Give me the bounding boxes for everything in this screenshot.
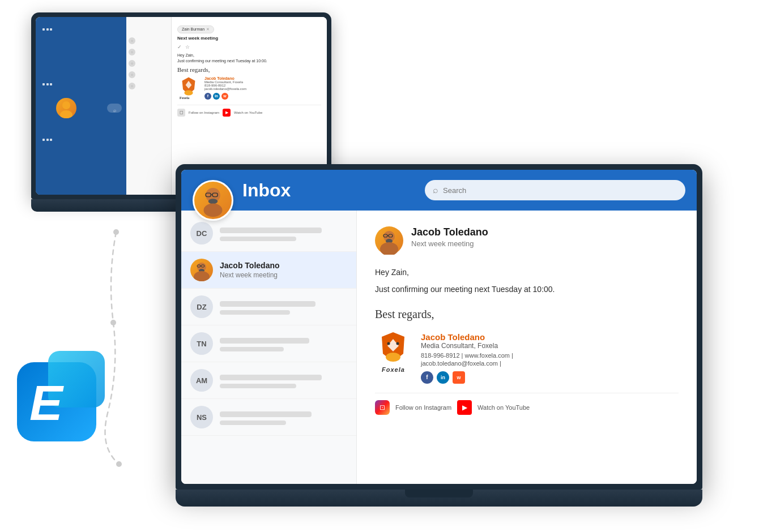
small-recipient-tag: Zain Burman ✕ — [177, 25, 214, 33]
email-jacob-subject: Next week meeting — [220, 271, 347, 279]
small-email-body: Just confirming our meeting next Tuesday… — [177, 59, 321, 63]
email-dc-line1 — [220, 228, 322, 233]
large-email-detail: Jacob Toledano Next week meeting Hey Zai… — [357, 211, 697, 484]
detail-email-subject: Next week meeting — [411, 239, 488, 248]
email-dz-line1 — [220, 301, 315, 307]
svg-point-31 — [396, 342, 399, 345]
large-inbox-header: Inbox ⌕ — [181, 170, 697, 211]
email-avatar-dz: DZ — [190, 295, 213, 318]
small-sig-name: Jacob Toledano — [204, 76, 246, 80]
sig-email-text: jacob.toledano@foxela.com — [421, 360, 498, 367]
small-sig-title: Media Consultant, Foxela — [204, 80, 246, 84]
detail-sender-avatar — [375, 226, 403, 255]
small-sig-email: jacob.toledano@foxela.com — [204, 87, 246, 91]
small-email-row-4[interactable]: ○ — [126, 69, 171, 80]
email-avatar-tn: TN — [190, 332, 213, 355]
sig-website: www.foxela.com — [465, 352, 510, 359]
svg-point-30 — [387, 342, 390, 345]
svg-text:Foxela: Foxela — [180, 96, 189, 99]
small-toolbar: ✓ ☆ — [177, 44, 321, 50]
signature-info-block: Jacob Toledano Media Consultant, Foxela … — [421, 332, 679, 384]
email-item-am-info — [220, 372, 347, 388]
small-recipient-name: Zain Burman — [182, 27, 204, 31]
instagram-icon: ⊡ — [375, 400, 390, 415]
email-item-jacob[interactable]: Jacob Toledano Next week meeting — [181, 252, 356, 289]
email-item-dz-info — [220, 299, 347, 315]
sig-divider-3: | — [500, 360, 501, 367]
email-item-ns-info — [220, 409, 347, 425]
email-avatar-dc: DC — [190, 222, 213, 244]
email-avatar-ns: NS — [190, 406, 213, 428]
email-avatar-jacob — [190, 259, 213, 281]
small-search-icon[interactable]: ⌕ — [107, 104, 122, 113]
small-email-row-2[interactable]: ○ — [126, 46, 171, 58]
detail-message: Just confirming our meeting next Tuesday… — [375, 283, 679, 297]
svg-point-1 — [110, 320, 116, 325]
small-linkedin-icon: in — [213, 93, 220, 100]
small-signature: Foxela Jacob Toledano Media Consultant, … — [177, 76, 321, 100]
email-jacob-name: Jacob Toledano — [220, 261, 347, 270]
small-social-icon-3: w — [221, 93, 228, 100]
large-content-area: DC — [181, 211, 697, 484]
small-follow-ig-text: Follow on Instagram — [189, 111, 219, 114]
small-email-row-3[interactable]: ○ — [126, 58, 171, 69]
svg-point-2 — [116, 461, 122, 467]
sig-sender-name: Jacob Toledano — [421, 332, 679, 342]
small-email-greeting: Hey Zain, — [177, 53, 321, 57]
email-item-ns[interactable]: NS — [181, 399, 356, 436]
email-tn-line1 — [220, 338, 309, 344]
small-email-footer: ◻ Follow on Instagram ▶ Watch on YouTube — [177, 105, 321, 117]
exchange-letter: E — [29, 378, 63, 428]
small-youtube-icon: ▶ — [223, 109, 231, 117]
youtube-icon: ▶ — [457, 400, 472, 415]
sig-email-address: jacob.toledano@foxela.com | — [421, 360, 679, 367]
detail-sender-info: Jacob Toledano Next week meeting — [411, 226, 488, 248]
follow-instagram-text: Follow on Instagram — [395, 404, 451, 411]
large-screen-inner: Inbox ⌕ DC — [181, 170, 697, 484]
email-dc-line2 — [220, 237, 296, 241]
small-watch-yt-text: Watch on YouTube — [234, 111, 262, 114]
large-user-avatar — [193, 180, 233, 221]
sig-social-icons: f in w — [421, 371, 679, 384]
large-search-icon: ⌕ — [433, 185, 438, 195]
email-item-dc-info — [220, 225, 347, 241]
detail-email-body: Hey Zain, Just confirming our meeting ne… — [375, 266, 679, 297]
watch-youtube-text: Watch on YouTube — [477, 404, 530, 411]
small-email-row-5[interactable]: ○ — [126, 80, 171, 92]
email-am-line1 — [220, 375, 322, 380]
svg-point-0 — [113, 229, 119, 235]
small-email-row-1[interactable]: ○ — [126, 35, 171, 46]
email-ns-line2 — [220, 421, 286, 425]
email-item-tn[interactable]: TN — [181, 325, 356, 362]
web-icon: w — [453, 371, 465, 384]
email-footer-social: ⊡ Follow on Instagram ▶ Watch on YouTube — [375, 393, 679, 415]
email-tn-line2 — [220, 347, 284, 351]
large-laptop-base — [176, 490, 702, 507]
large-search-bar[interactable]: ⌕ — [425, 180, 685, 200]
detail-greeting: Hey Zain, — [375, 266, 679, 280]
email-am-line2 — [220, 384, 296, 388]
svg-point-20 — [194, 271, 210, 281]
small-email-list: ○ ○ ○ ○ ○ — [126, 17, 172, 195]
small-sig-social: f in w — [204, 93, 246, 100]
email-item-am[interactable]: AM — [181, 362, 356, 399]
svg-point-14 — [204, 204, 223, 217]
large-email-list: DC — [181, 211, 357, 484]
small-email-subject: Next week meeting — [177, 36, 321, 41]
small-foxela-logo: Foxela — [177, 76, 200, 100]
small-sidebar: ⌕ New Message Inbox 4 Junk Draft — [36, 17, 126, 195]
detail-handwriting: Best regards, — [375, 308, 679, 321]
large-inbox-title: Inbox — [242, 180, 291, 201]
email-ns-line1 — [220, 411, 312, 417]
email-item-dc[interactable]: DC — [181, 215, 356, 252]
large-search-input[interactable] — [443, 186, 677, 195]
large-screen-layout: Inbox ⌕ DC — [181, 170, 697, 484]
large-laptop: Inbox ⌕ DC — [176, 164, 702, 515]
svg-point-7 — [184, 90, 193, 95]
detail-header: Jacob Toledano Next week meeting — [375, 226, 679, 255]
foxela-fox-svg — [375, 332, 412, 366]
linkedin-icon: in — [437, 371, 449, 384]
detail-sender-name: Jacob Toledano — [411, 226, 488, 238]
email-item-dz[interactable]: DZ — [181, 289, 356, 325]
svg-point-3 — [62, 101, 70, 109]
